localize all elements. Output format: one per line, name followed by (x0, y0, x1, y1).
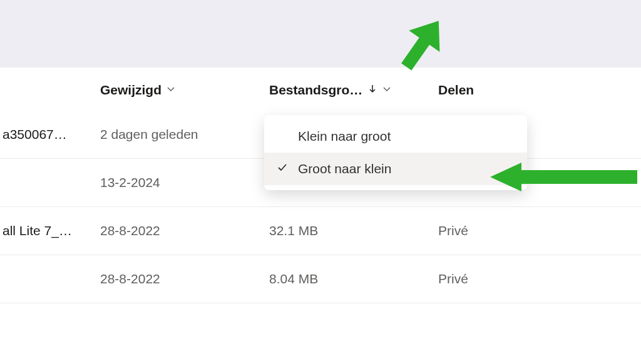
cell-size: 32.1 MB (269, 223, 438, 238)
header-filesize-label: Bestandsgro… (269, 83, 362, 98)
cell-modified: 13-2-2024 (100, 175, 269, 190)
top-header-bar (0, 0, 641, 68)
header-modified-label: Gewijzigd (100, 83, 162, 98)
header-share-label: Delen (438, 83, 474, 98)
table-row[interactable]: all Lite 7_… 28-8-2022 32.1 MB Privé (0, 207, 641, 255)
cell-share: Privé (438, 271, 563, 286)
chevron-down-icon (167, 85, 175, 96)
sort-option-label: Groot naar klein (298, 161, 391, 176)
sort-arrow-down-icon (367, 84, 377, 96)
table-row[interactable]: 28-8-2022 8.04 MB Privé (0, 255, 641, 303)
cell-modified: 28-8-2022 (100, 223, 269, 238)
check-icon (277, 162, 289, 176)
cell-share: Privé (438, 223, 563, 238)
cell-name: a350067… (0, 127, 100, 142)
sort-option-label: Klein naar groot (298, 129, 391, 144)
column-header-share[interactable]: Delen (438, 83, 563, 98)
cell-name (0, 175, 100, 190)
annotation-arrow-icon (394, 13, 451, 78)
cell-modified: 2 dagen geleden (100, 127, 269, 142)
chevron-down-icon[interactable] (382, 85, 391, 96)
cell-name: all Lite 7_… (0, 223, 100, 238)
sort-option-small-to-large[interactable]: Klein naar groot (264, 120, 527, 153)
cell-size: 8.04 MB (269, 271, 438, 286)
cell-name (0, 271, 100, 286)
column-header-filesize[interactable]: Bestandsgro… (269, 83, 438, 98)
cell-modified: 28-8-2022 (100, 271, 269, 286)
annotation-arrow-icon (487, 161, 637, 195)
column-header-modified[interactable]: Gewijzigd (100, 83, 269, 98)
table-header-row: Gewijzigd Bestandsgro… Delen (0, 68, 641, 111)
